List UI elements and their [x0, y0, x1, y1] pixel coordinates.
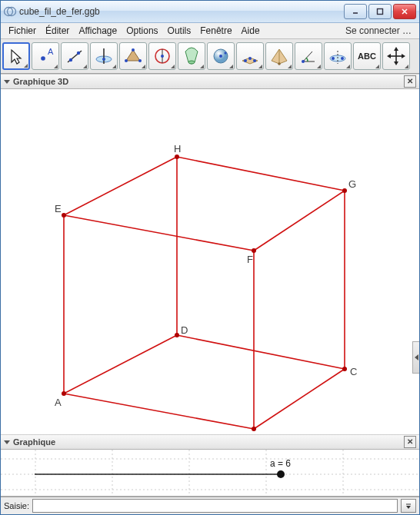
svg-point-28	[248, 57, 252, 60]
svg-point-6	[41, 56, 45, 61]
window-buttons	[344, 4, 416, 19]
arrow-tool[interactable]	[2, 42, 30, 70]
svg-point-60	[175, 333, 179, 337]
svg-line-48	[64, 335, 177, 394]
panel-close-3d[interactable]: ✕	[404, 75, 416, 88]
minimize-button[interactable]	[344, 4, 367, 19]
svg-line-49	[64, 215, 254, 251]
svg-point-13	[102, 58, 105, 61]
svg-line-46	[254, 369, 345, 429]
collapse-icon	[4, 440, 10, 444]
svg-point-15	[132, 48, 135, 52]
vertex-label-g: G	[348, 178, 356, 190]
line-tool[interactable]	[61, 42, 88, 70]
chevron-left-icon	[415, 354, 418, 360]
maximize-button[interactable]	[368, 4, 392, 19]
svg-point-34	[302, 60, 305, 63]
app-window: cube_fil_de_fer.ggb Fichier Éditer Affic…	[0, 0, 420, 515]
menubar: Fichier Éditer Affichage Options Outils …	[1, 23, 419, 39]
svg-point-24	[225, 52, 227, 55]
panel-title-3d: Graphique 3D	[13, 77, 404, 86]
svg-marker-42	[394, 61, 398, 65]
input-history-button[interactable]	[401, 499, 416, 513]
svg-marker-74	[406, 506, 411, 509]
menu-fichier[interactable]: Fichier	[4, 24, 41, 38]
svg-point-20	[161, 55, 164, 58]
svg-marker-14	[126, 50, 140, 61]
toolbar: A ABC	[1, 39, 419, 74]
svg-point-37	[341, 57, 344, 60]
menu-outils[interactable]: Outils	[163, 24, 196, 38]
svg-rect-3	[378, 9, 383, 15]
svg-marker-44	[402, 54, 405, 58]
panel-header-3d[interactable]: Graphique 3D ✕	[1, 74, 419, 89]
perpendicular-tool[interactable]	[90, 42, 118, 70]
vertex-label-d: D	[181, 324, 188, 336]
svg-line-45	[64, 394, 254, 429]
panel-title-graph: Graphique	[13, 437, 404, 447]
window-title: cube_fil_de_fer.ggb	[19, 6, 344, 17]
svg-point-61	[62, 213, 66, 218]
app-icon	[4, 5, 16, 18]
graphics-view[interactable]: a = 6	[1, 450, 419, 497]
svg-point-57	[62, 391, 66, 396]
svg-point-21	[188, 61, 195, 64]
sign-in-link[interactable]: Se connecter …	[341, 24, 416, 38]
menu-options[interactable]: Options	[122, 24, 162, 38]
svg-point-62	[252, 248, 256, 253]
svg-point-63	[342, 188, 347, 193]
input-label: Saisie:	[4, 501, 29, 510]
svg-text:A: A	[48, 47, 54, 56]
conic-tool[interactable]	[178, 42, 205, 70]
svg-point-10	[77, 52, 80, 55]
svg-point-58	[252, 427, 256, 431]
vertex-label-f: F	[247, 254, 253, 265]
point-tool[interactable]: A	[32, 42, 59, 70]
svg-point-23	[219, 55, 222, 58]
panel-close-graph[interactable]: ✕	[404, 436, 416, 448]
svg-point-9	[69, 58, 72, 61]
reflect-tool[interactable]	[324, 42, 352, 70]
angle-tool[interactable]	[295, 42, 322, 70]
polygon-tool[interactable]	[119, 42, 147, 70]
menu-editer[interactable]: Éditer	[41, 24, 74, 38]
text-tool[interactable]: ABC	[353, 42, 381, 70]
collapse-icon	[4, 80, 10, 84]
command-input[interactable]	[32, 499, 398, 513]
panel-header-graph[interactable]: Graphique ✕	[1, 434, 419, 450]
slider-label: a = 6	[270, 458, 291, 469]
side-expand-tab[interactable]	[412, 341, 419, 374]
sphere-tool[interactable]	[207, 42, 235, 70]
svg-marker-41	[394, 47, 398, 51]
titlebar: cube_fil_de_fer.ggb	[1, 1, 419, 23]
svg-point-59	[342, 367, 347, 371]
svg-point-17	[125, 59, 128, 62]
svg-line-52	[64, 157, 177, 215]
slider-handle[interactable]	[277, 470, 285, 478]
svg-line-50	[254, 191, 345, 251]
svg-point-16	[138, 59, 142, 62]
vertex-label-c: C	[350, 366, 357, 377]
vertex-label-a: A	[55, 397, 62, 408]
pyramid-tool[interactable]	[265, 42, 293, 70]
svg-point-31	[278, 62, 281, 65]
svg-line-51	[177, 157, 345, 191]
svg-point-36	[332, 57, 335, 60]
vertex-label-h: H	[174, 143, 181, 154]
menu-fenetre[interactable]: Fenêtre	[195, 24, 236, 38]
svg-marker-43	[387, 54, 391, 58]
menu-aide[interactable]: Aide	[237, 24, 265, 38]
menu-affichage[interactable]: Affichage	[74, 24, 122, 38]
svg-point-26	[244, 59, 247, 62]
svg-point-27	[253, 59, 256, 62]
svg-point-64	[175, 154, 179, 159]
vertex-label-e: E	[55, 203, 62, 214]
svg-line-47	[177, 335, 345, 369]
input-bar: Saisie:	[1, 497, 419, 514]
vertex-label-b: B	[250, 432, 257, 434]
circle-tool[interactable]	[148, 42, 176, 70]
plane-points-tool[interactable]	[236, 42, 264, 70]
move-view-tool[interactable]	[382, 42, 410, 70]
graphics3d-view[interactable]: A B C D E F G H	[1, 89, 419, 434]
close-button[interactable]	[393, 4, 416, 19]
